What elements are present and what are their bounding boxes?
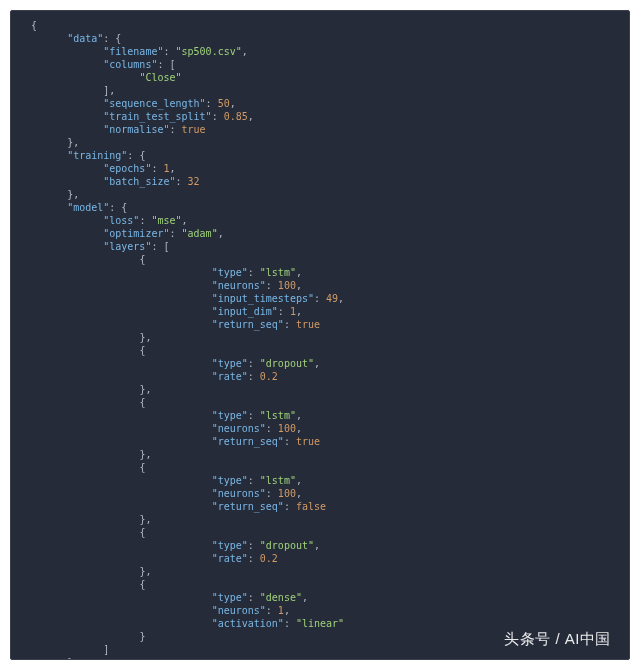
code-content: { "data": { "filename": "sp500.csv", "co… xyxy=(31,19,629,660)
code-editor: { "data": { "filename": "sp500.csv", "co… xyxy=(10,10,630,660)
page: { "data": { "filename": "sp500.csv", "co… xyxy=(0,0,640,670)
watermark-text: 头条号 / AI中国 xyxy=(504,630,611,649)
